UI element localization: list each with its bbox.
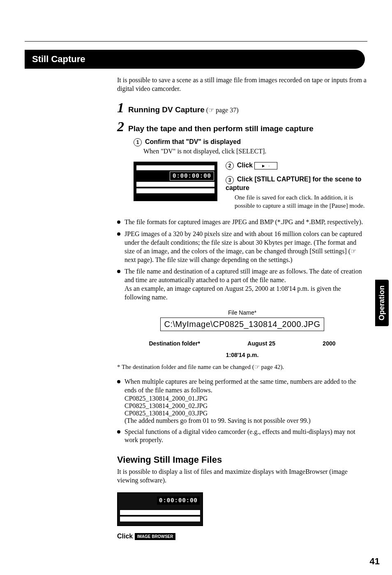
substep-1: 1 Confirm that "DV" is displayed When "D… [134, 138, 367, 156]
filename-dest-label: Destination folder* [149, 340, 200, 347]
substep-1-head: Confirm that "DV" is displayed [145, 138, 241, 145]
bullet-a1: The file formats for captured images are… [117, 218, 367, 227]
step-1-heading: Running DV Capture [128, 105, 205, 114]
intro-paragraph: It is possible to save a scene as a stil… [117, 76, 367, 93]
click-label: Click [117, 533, 133, 540]
step-1: 1 Running DV Capture (☞ page 37) [117, 101, 367, 115]
footnote: * The destination folder and file name c… [117, 363, 367, 371]
click-image-browser-line: Click IMAGE BROWSER [117, 533, 367, 540]
example-file-note: (The added numbers go from 01 to 99. Sav… [125, 417, 367, 424]
circled-2-icon: 2 [226, 162, 234, 170]
image-browser-button-graphic: IMAGE BROWSER [135, 533, 176, 540]
viewing-paragraph: It is possible to display a list of file… [117, 468, 367, 485]
bullet-a2: JPEG images of a 320 by 240 pixels size … [117, 230, 367, 264]
step-2-heading: Play the tape and then perform still ima… [128, 124, 314, 134]
example-file-2: CP0825_130814_2000_02.JPG [125, 402, 367, 410]
viewing-heading: Viewing Still Image Files [117, 455, 367, 464]
bullet-a3-text: The file name and destination of a captu… [125, 268, 362, 283]
filename-time-label: 1:08'14 p.m. [146, 352, 339, 358]
bullet-a3-cont: As an example, an image captured on Augu… [125, 285, 341, 301]
notes-list-b: When multiple captures are being perform… [117, 378, 367, 445]
substep-3-body: One file is saved for each click. In add… [235, 194, 367, 210]
step-1-ref: (☞ page 37) [206, 107, 239, 114]
bullet-b2: Special functions of a digital video cam… [117, 428, 367, 445]
step-2-number: 2 [117, 120, 124, 134]
notes-list-a: The file formats for captured images are… [117, 218, 367, 301]
top-rule [25, 41, 367, 42]
filename-year-label: 2000 [323, 340, 335, 347]
filename-date-label: August 25 [247, 340, 275, 347]
bullet-a3: The file name and destination of a captu… [117, 267, 367, 301]
play-button-graphic: ► · [254, 162, 277, 169]
page-number: 41 [370, 556, 380, 567]
dv-capture-figure-row: 0:00:00:00 2 Click ► · 3 Click [STILL CA… [134, 162, 367, 212]
substep-3-head: Click [STILL CAPTURE] for the scene to c… [226, 176, 362, 191]
bullet-b1: When multiple captures are being perform… [117, 378, 367, 424]
circled-1-icon: 1 [134, 138, 142, 146]
step-1-number: 1 [117, 101, 124, 115]
section-side-tab: Operation [375, 280, 389, 326]
bullet-b1-text: When multiple captures are being perform… [125, 378, 356, 394]
example-file-1: CP0825_130814_2000_01.JPG [125, 395, 367, 402]
substep-1-body: When "DV" is not displayed, click [SELEC… [143, 147, 367, 156]
timecode-readout-2: 0:00:00:00 [157, 496, 200, 505]
step-2: 2 Play the tape and then perform still i… [117, 120, 367, 134]
figure-callouts: 2 Click ► · 3 Click [STILL CAPTURE] for … [226, 162, 367, 212]
substep-2-head: Click [237, 162, 253, 169]
control-panel-figure-2: 0:00:00:00 [117, 492, 203, 526]
dv-capture-panel-figure: 0:00:00:00 [134, 162, 217, 201]
filename-diagram: File Name* C:\MyImage\CP0825_130814_2000… [146, 309, 339, 358]
section-title-pill: Still Capture [25, 50, 365, 69]
circled-3-icon: 3 [226, 176, 234, 184]
section-title: Still Capture [32, 54, 85, 64]
filename-example: C:\MyImage\CP0825_130814_2000.JPG [160, 318, 324, 331]
example-file-3: CP0825_130814_2000_03.JPG [125, 410, 367, 417]
filename-top-label: File Name* [146, 309, 339, 318]
timecode-readout: 0:00:00:00 [170, 172, 214, 181]
